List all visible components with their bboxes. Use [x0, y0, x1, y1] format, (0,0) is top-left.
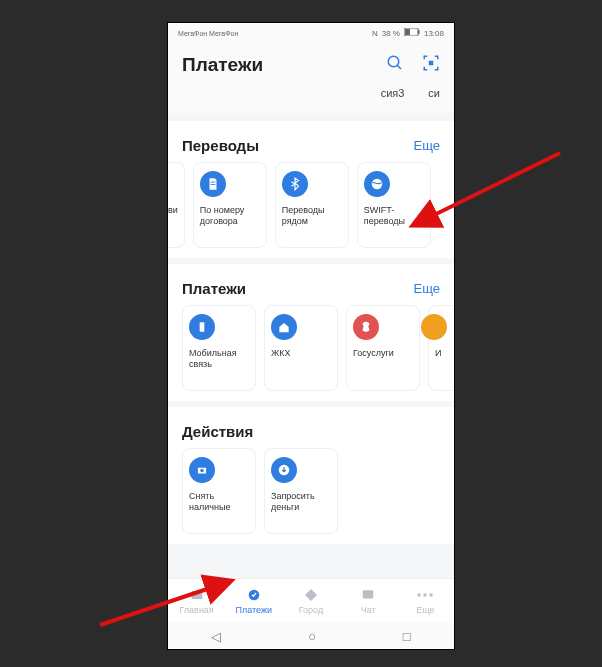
tab-chat[interactable]: Чат — [340, 579, 397, 623]
svg-rect-6 — [210, 182, 215, 183]
camera-cash-icon — [189, 457, 215, 483]
transfers-row: ви По номеру договора Переводы рядом SWI… — [168, 162, 454, 258]
svg-rect-9 — [200, 322, 205, 331]
tab-label: Город — [299, 605, 323, 615]
qr-scan-icon[interactable] — [422, 54, 440, 76]
svg-rect-1 — [405, 29, 410, 35]
tab-more[interactable]: Еще — [397, 579, 454, 623]
carrier-label: МегаФон МегаФон — [178, 30, 238, 37]
home-tab-icon — [188, 587, 206, 603]
actions-row: Снять наличные Запросить деньги — [168, 448, 454, 544]
status-bar: МегаФон МегаФон N 38 % 13:08 — [168, 23, 454, 43]
payments-card-right-stub[interactable]: И — [428, 305, 453, 391]
card-label: Госуслуги — [353, 348, 394, 359]
payments-more-link[interactable]: Еще — [414, 281, 440, 296]
tab-label: Еще — [416, 605, 434, 615]
card-label: Мобильная связь — [189, 348, 249, 370]
battery-percent: 38 % — [382, 29, 400, 38]
section-payments-title: Платежи — [182, 280, 246, 297]
android-nav-bar: ◁ ○ □ — [168, 623, 454, 649]
svg-rect-15 — [363, 590, 374, 598]
document-icon — [200, 171, 226, 197]
transfers-card-swift[interactable]: SWIFT-переводы — [357, 162, 431, 248]
actions-card-request[interactable]: Запросить деньги — [264, 448, 338, 534]
back-icon[interactable]: ◁ — [211, 629, 221, 644]
arrow-down-circle-icon — [271, 457, 297, 483]
transfers-card-left-stub[interactable]: ви — [168, 162, 185, 248]
payments-card-gov[interactable]: Госуслуги — [346, 305, 420, 391]
svg-point-11 — [200, 469, 204, 473]
section-payments-head: Платежи Еще — [168, 264, 454, 305]
payments-tab-icon — [245, 587, 263, 603]
chip-2[interactable]: си — [428, 87, 440, 113]
tab-label: Главная — [179, 605, 213, 615]
phone-icon — [189, 314, 215, 340]
card-label: Снять наличные — [189, 491, 249, 513]
svg-rect-17 — [424, 594, 427, 597]
tab-label: Чат — [361, 605, 376, 615]
svg-rect-7 — [210, 184, 215, 185]
transfers-more-link[interactable]: Еще — [414, 138, 440, 153]
recents-icon[interactable]: □ — [403, 629, 411, 644]
chip-1[interactable]: сия3 — [381, 87, 405, 113]
city-tab-icon — [302, 587, 320, 603]
card-label: ЖКХ — [271, 348, 291, 359]
card-label: По номеру договора — [200, 205, 260, 227]
card-label: SWIFT-переводы — [364, 205, 424, 227]
section-transfers-head: Переводы Еще — [168, 121, 454, 162]
payments-card-utilities[interactable]: ЖКХ — [264, 305, 338, 391]
emblem-icon — [353, 314, 379, 340]
svg-point-3 — [388, 56, 399, 67]
card-label: Переводы рядом — [282, 205, 342, 227]
actions-card-withdraw[interactable]: Снять наличные — [182, 448, 256, 534]
svg-rect-5 — [429, 61, 434, 66]
tab-home[interactable]: Главная — [168, 579, 225, 623]
clock: 13:08 — [424, 29, 444, 38]
tab-city[interactable]: Город — [282, 579, 339, 623]
bluetooth-icon — [282, 171, 308, 197]
svg-line-4 — [397, 65, 401, 69]
tab-payments[interactable]: Платежи — [225, 579, 282, 623]
payments-card-mobile[interactable]: Мобильная связь — [182, 305, 256, 391]
section-actions-head: Действия — [168, 407, 454, 448]
transfers-card-nearby[interactable]: Переводы рядом — [275, 162, 349, 248]
app-header: Платежи — [168, 43, 454, 87]
home-icon — [271, 314, 297, 340]
section-transfers-title: Переводы — [182, 137, 259, 154]
tab-label: Платежи — [236, 605, 273, 615]
page-title: Платежи — [182, 54, 263, 76]
nfc-icon: N — [372, 29, 378, 38]
section-actions-title: Действия — [182, 423, 253, 440]
home-circle-icon[interactable]: ○ — [308, 629, 316, 644]
svg-rect-13 — [191, 591, 202, 599]
chips-row: сия3 си — [168, 87, 454, 113]
globe-icon — [364, 171, 390, 197]
search-icon[interactable] — [386, 54, 404, 76]
svg-rect-16 — [418, 594, 421, 597]
more-tab-icon — [416, 587, 434, 603]
payments-row: Мобильная связь ЖКХ Госуслуги И — [168, 305, 454, 401]
bottom-nav: Главная Платежи Город Чат Еще — [168, 578, 454, 623]
misc-icon — [421, 314, 447, 340]
transfers-card-by-contract[interactable]: По номеру договора — [193, 162, 267, 248]
svg-rect-18 — [430, 594, 433, 597]
chat-tab-icon — [359, 587, 377, 603]
card-label: Запросить деньги — [271, 491, 331, 513]
svg-rect-2 — [418, 30, 420, 34]
phone-frame: МегаФон МегаФон N 38 % 13:08 Платежи — [168, 23, 454, 649]
battery-icon — [404, 28, 420, 38]
